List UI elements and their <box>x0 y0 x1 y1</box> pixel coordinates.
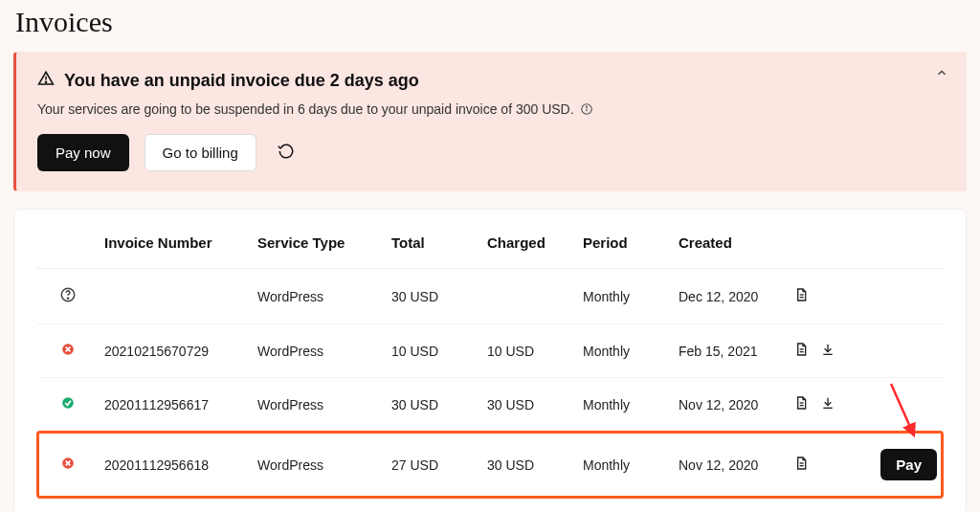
cell-service-type: WordPress <box>252 432 386 499</box>
col-created: Created <box>673 217 788 269</box>
cell-period: Monthly <box>577 378 673 432</box>
cell-charged <box>481 269 577 324</box>
cell-total: 27 USD <box>386 432 481 499</box>
table-row: 20210215670729WordPress10 USD10 USDMonth… <box>37 324 943 378</box>
col-period: Period <box>577 217 673 269</box>
svg-point-6 <box>67 298 68 299</box>
document-icon[interactable] <box>793 342 809 360</box>
download-icon[interactable] <box>820 342 835 360</box>
cell-invoice-number: 20210215670729 <box>99 324 252 378</box>
chevron-up-icon <box>935 66 948 82</box>
document-icon[interactable] <box>793 287 809 305</box>
cell-charged: 10 USD <box>481 324 577 378</box>
help-icon <box>59 286 77 303</box>
col-charged: Charged <box>481 217 577 269</box>
cell-created: Feb 15, 2021 <box>673 324 788 378</box>
cell-charged: 30 USD <box>481 432 577 499</box>
cell-total: 30 USD <box>386 378 481 432</box>
col-invoice-number: Invoice Number <box>99 217 252 269</box>
pay-now-button[interactable]: Pay now <box>37 134 129 171</box>
cell-created: Dec 12, 2020 <box>673 269 788 324</box>
cell-service-type: WordPress <box>252 269 386 324</box>
document-icon[interactable] <box>793 456 809 474</box>
status-paid-icon <box>61 396 75 410</box>
cell-service-type: WordPress <box>252 324 386 378</box>
unpaid-invoice-alert: You have an unpaid invoice due 2 days ag… <box>13 52 967 191</box>
status-failed-icon <box>61 343 75 356</box>
refresh-icon <box>278 148 295 163</box>
cell-period: Monthly <box>577 432 673 499</box>
cell-invoice-number <box>99 269 252 324</box>
cell-period: Monthly <box>577 269 673 324</box>
collapse-button[interactable] <box>935 66 948 83</box>
alert-heading: You have an unpaid invoice due 2 days ag… <box>64 71 419 91</box>
cell-created: Nov 12, 2020 <box>673 432 788 499</box>
status-failed-icon <box>61 456 75 470</box>
page-title: Invoices <box>13 0 967 52</box>
download-icon[interactable] <box>820 395 835 413</box>
cell-created: Nov 12, 2020 <box>673 378 788 432</box>
svg-point-4 <box>586 106 587 107</box>
col-service-type: Service Type <box>252 217 386 269</box>
cell-period: Monthly <box>577 324 673 378</box>
pay-button[interactable]: Pay <box>880 449 937 480</box>
go-to-billing-button[interactable]: Go to billing <box>145 134 256 171</box>
invoices-table: Invoice Number Service Type Total Charge… <box>37 217 943 498</box>
col-total: Total <box>386 217 481 269</box>
cell-invoice-number: 20201112956617 <box>99 378 252 432</box>
svg-point-16 <box>62 397 74 409</box>
cell-invoice-number: 20201112956618 <box>99 432 252 499</box>
alert-body-text: Your services are going to be suspended … <box>37 101 574 117</box>
invoices-table-card: Invoice Number Service Type Total Charge… <box>13 209 967 512</box>
cell-service-type: WordPress <box>252 378 386 432</box>
cell-total: 10 USD <box>386 324 481 378</box>
document-icon[interactable] <box>793 395 809 413</box>
table-row: 20201112956618WordPress27 USD30 USDMonth… <box>37 432 943 499</box>
table-row: WordPress30 USDMonthlyDec 12, 2020 <box>37 269 943 324</box>
cell-total: 30 USD <box>386 269 481 324</box>
cell-charged: 30 USD <box>481 378 577 432</box>
refresh-button[interactable] <box>272 137 301 168</box>
warning-icon <box>37 70 55 92</box>
table-row: 20201112956617WordPress30 USD30 USDMonth… <box>37 378 943 432</box>
info-icon[interactable] <box>580 102 593 116</box>
svg-point-1 <box>45 81 46 82</box>
